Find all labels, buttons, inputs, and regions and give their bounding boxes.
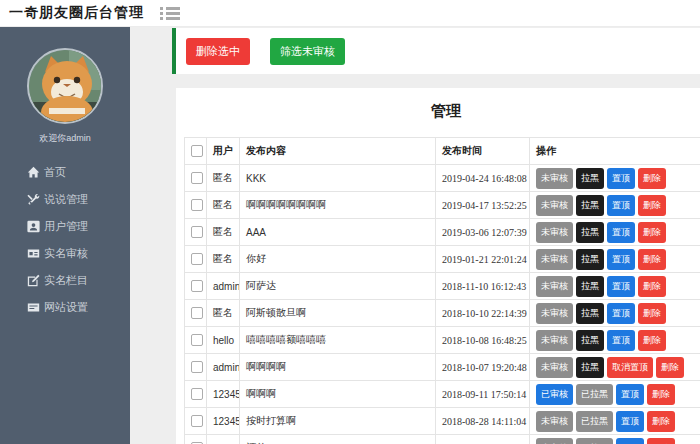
review-button[interactable]: 未审核 (536, 168, 573, 189)
delete-button[interactable]: 删除 (647, 384, 675, 405)
pin-button[interactable]: 置顶 (607, 303, 635, 324)
blacklist-button[interactable]: 拉黑 (576, 357, 604, 378)
time-cell: 2018-10-10 22:14:39 (436, 300, 530, 327)
delete-button[interactable]: 删除 (638, 168, 666, 189)
operations-cell: 未审核已拉黑置顶删除 (530, 408, 700, 435)
pin-button[interactable]: 置顶 (616, 384, 644, 405)
review-button[interactable]: 未审核 (536, 303, 573, 324)
content-cell: KKK (240, 165, 436, 192)
blacklist-button[interactable]: 拉黑 (576, 276, 604, 297)
user-cell: 匿名 (207, 219, 240, 246)
review-button[interactable]: 未审核 (536, 330, 573, 351)
tools-icon (27, 193, 40, 206)
posts-table: 用户 发布内容 发布时间 操作 匿名KKK2019-04-24 16:48:08… (184, 137, 700, 444)
blacklist-button[interactable]: 已拉黑 (576, 438, 613, 444)
review-button[interactable]: 未审核 (536, 276, 573, 297)
blacklist-button[interactable]: 拉黑 (576, 168, 604, 189)
pin-button[interactable]: 置顶 (607, 276, 635, 297)
sidebar-item-realname-audit[interactable]: 实名审核 (0, 240, 130, 267)
delete-button[interactable]: 删除 (638, 303, 666, 324)
blacklist-button[interactable]: 已拉黑 (576, 411, 613, 432)
content-cell: AAA (240, 219, 436, 246)
avatar[interactable] (27, 48, 103, 124)
row-checkbox[interactable] (191, 280, 203, 292)
delete-button[interactable]: 删除 (647, 411, 675, 432)
user-cell: 123456 (207, 435, 240, 444)
select-all-checkbox[interactable] (191, 145, 203, 157)
column-header-operations: 操作 (530, 138, 700, 165)
row-checkbox[interactable] (191, 226, 203, 238)
blacklist-button[interactable]: 已拉黑 (576, 384, 613, 405)
content-cell: 阿萨达 (240, 273, 436, 300)
blacklist-button[interactable]: 拉黑 (576, 195, 604, 216)
table-row: 匿名阿斯顿散旦啊2018-10-10 22:14:39未审核拉黑置顶删除 (185, 300, 700, 327)
row-checkbox[interactable] (191, 388, 203, 400)
row-checkbox[interactable] (191, 415, 203, 427)
sidebar-item-realname-column[interactable]: 实名栏目 (0, 267, 130, 294)
sidebar-item-label: 首页 (44, 165, 66, 180)
row-select-cell (185, 381, 207, 408)
row-checkbox[interactable] (191, 172, 203, 184)
time-cell: 2018-10-08 16:48:25 (436, 327, 530, 354)
sidebar-item-label: 说说管理 (44, 192, 88, 207)
delete-button[interactable]: 删除 (638, 222, 666, 243)
delete-button[interactable]: 删除 (638, 330, 666, 351)
table-row: admin啊啊啊啊2018-10-07 19:20:48未审核拉黑取消置顶删除 (185, 354, 700, 381)
review-button[interactable]: 已审核 (536, 384, 573, 405)
pin-button[interactable]: 置顶 (607, 330, 635, 351)
row-checkbox[interactable] (191, 253, 203, 265)
time-cell: 2018-11-10 16:12:43 (436, 273, 530, 300)
content-cell: 你好 (240, 246, 436, 273)
operations-cell: 未审核拉黑置顶删除 (530, 246, 700, 273)
pin-button[interactable]: 置顶 (607, 195, 635, 216)
blacklist-button[interactable]: 拉黑 (576, 249, 604, 270)
user-cell: hello (207, 327, 240, 354)
sidebar-item-home[interactable]: 首页 (0, 159, 130, 186)
pin-button[interactable]: 置顶 (616, 438, 644, 444)
row-checkbox[interactable] (191, 307, 203, 319)
table-row: 匿名啊啊啊啊啊啊啊啊2019-04-17 13:52:25未审核拉黑置顶删除 (185, 192, 700, 219)
row-checkbox[interactable] (191, 199, 203, 211)
pin-button[interactable]: 置顶 (616, 411, 644, 432)
review-button[interactable]: 未审核 (536, 195, 573, 216)
content-cell: 啊啊啊啊啊啊啊啊 (240, 192, 436, 219)
filter-unreviewed-button[interactable]: 筛选未审核 (270, 38, 345, 65)
blacklist-button[interactable]: 拉黑 (576, 222, 604, 243)
delete-button[interactable]: 删除 (638, 276, 666, 297)
delete-button[interactable]: 删除 (638, 249, 666, 270)
time-cell: 2019-04-24 16:48:08 (436, 165, 530, 192)
review-button[interactable]: 未审核 (536, 222, 573, 243)
user-cell: 匿名 (207, 192, 240, 219)
operations-cell: 未审核已拉黑置顶删除 (530, 435, 700, 444)
delete-button[interactable]: 删除 (638, 195, 666, 216)
delete-selected-button[interactable]: 删除选中 (186, 38, 250, 65)
review-button[interactable]: 未审核 (536, 438, 573, 444)
column-header-user: 用户 (207, 138, 240, 165)
management-panel: 管理 用户 发布内容 发布时间 操作 匿名KKK2019-04-24 16:48… (176, 88, 700, 444)
content-cell: 按时打算啊 (240, 408, 436, 435)
row-checkbox[interactable] (191, 334, 203, 346)
sidebar-item-posts[interactable]: 说说管理 (0, 186, 130, 213)
pin-button[interactable]: 置顶 (607, 168, 635, 189)
sidebar-item-users[interactable]: 用户管理 (0, 213, 130, 240)
blacklist-button[interactable]: 拉黑 (576, 303, 604, 324)
user-cell: 123456 (207, 408, 240, 435)
sidebar-item-site-settings[interactable]: 网站设置 (0, 294, 130, 321)
blacklist-button[interactable]: 拉黑 (576, 330, 604, 351)
review-button[interactable]: 未审核 (536, 357, 573, 378)
delete-button[interactable]: 删除 (656, 357, 684, 378)
user-cell: 匿名 (207, 246, 240, 273)
toolbar: 删除选中 筛选未审核 (176, 28, 700, 74)
operations-cell: 已审核已拉黑置顶删除 (530, 381, 700, 408)
sidebar-toggle-icon[interactable] (160, 5, 180, 22)
pin-button[interactable]: 置顶 (607, 249, 635, 270)
unpin-button[interactable]: 取消置顶 (607, 357, 653, 378)
delete-button[interactable]: 删除 (647, 438, 675, 444)
id-card-icon (27, 247, 40, 260)
pin-button[interactable]: 置顶 (607, 222, 635, 243)
row-checkbox[interactable] (191, 361, 203, 373)
content-cell: 阿斯顿散旦啊 (240, 300, 436, 327)
table-body: 匿名KKK2019-04-24 16:48:08未审核拉黑置顶删除匿名啊啊啊啊啊… (185, 165, 700, 444)
review-button[interactable]: 未审核 (536, 411, 573, 432)
review-button[interactable]: 未审核 (536, 249, 573, 270)
